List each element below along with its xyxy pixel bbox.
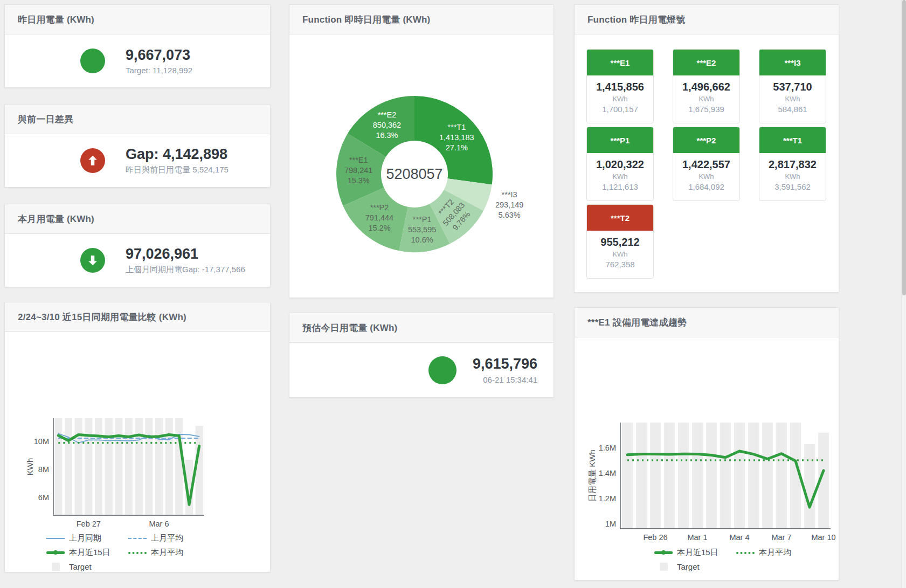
arrow-down-icon	[80, 248, 105, 273]
light-tile-header: ***P1	[587, 127, 653, 153]
svg-text:1.2M: 1.2M	[599, 494, 616, 503]
green-line-swatch-icon	[46, 551, 65, 554]
card-realtime-donut: Function 即時日用電量 (KWh) ***T11,413,18327.1…	[289, 4, 554, 298]
card-title: 2/24~3/10 近15日同期用電量比較 (KWh)	[18, 311, 186, 323]
stat-value: 9,615,796	[473, 356, 537, 372]
light-tile-value: 1,020,322	[587, 158, 653, 171]
card-title: ***E1 設備用電達成趨勢	[587, 316, 687, 329]
compare-line-chart[interactable]: 6M8M10MFeb 27Mar 6KWh	[5, 332, 271, 531]
light-tile-value: 1,422,557	[673, 158, 739, 171]
light-tile-target: 1,121,613	[587, 182, 653, 191]
legend-label: 本月平均	[759, 548, 791, 558]
green-dot-swatch-icon	[128, 552, 147, 554]
stat-text: 9,667,073 Target: 11,128,992	[126, 47, 192, 75]
light-tile-unit: KWh	[759, 95, 826, 103]
card-header: 本月用電量 (KWh)	[5, 204, 270, 234]
svg-text:Mar 4: Mar 4	[729, 533, 749, 542]
e1-trend-legend: 本月近15日 本月平均 Target	[654, 548, 818, 576]
green-line-swatch-icon	[654, 551, 673, 554]
svg-text:Mar 7: Mar 7	[771, 533, 791, 542]
light-tile-target: 3,591,562	[759, 182, 826, 191]
svg-text:KWh: KWh	[25, 458, 34, 476]
stat-text: Gap: 4,142,898 昨日與前日用電量 5,524,175	[126, 146, 229, 175]
svg-text:Feb 27: Feb 27	[77, 520, 101, 528]
legend-label: Target	[69, 562, 92, 571]
svg-text:5208057: 5208057	[386, 166, 442, 182]
card-today-estimate: 預估今日用電量 (KWh) 9,615,796 06-21 15:34:41	[289, 313, 554, 398]
svg-text:1M: 1M	[605, 520, 616, 528]
card-yesterday-usage: 昨日用電量 (KWh) 9,667,073 Target: 11,128,992	[4, 4, 271, 88]
stat-value: 97,026,961	[126, 246, 245, 262]
status-circle-icon	[428, 356, 457, 384]
stat-text: 9,615,796 06-21 15:34:41	[473, 356, 537, 384]
light-tile-p1: ***P1 1,020,322 KWh 1,121,613	[586, 127, 654, 201]
card-day-gap: 與前一日差異 Gap: 4,142,898 昨日與前日用電量 5,524,175	[4, 104, 271, 188]
stat-body: 9,615,796 06-21 15:34:41	[289, 343, 554, 397]
light-tile-target: 1,700,157	[587, 105, 653, 114]
light-tile-target: 584,861	[759, 105, 826, 114]
stat-body: 97,026,961 上個月同期用電Gap: -17,377,566	[5, 234, 270, 287]
card-header: Function 即時日用電量 (KWh)	[289, 5, 554, 34]
legend-label: 本月近15日	[69, 548, 110, 558]
light-tile-header: ***P2	[673, 127, 739, 153]
light-tile-t2: ***T2 955,212 KWh 762,358	[586, 204, 654, 279]
light-tile-unit: KWh	[759, 172, 826, 181]
scrollbar-thumb[interactable]	[902, 0, 906, 295]
legend-label: 上月同期	[69, 533, 101, 543]
svg-text:10M: 10M	[34, 437, 49, 446]
stat-body: Gap: 4,142,898 昨日與前日用電量 5,524,175	[5, 134, 270, 187]
page-scrollbar[interactable]	[901, 0, 906, 588]
card-header: 昨日用電量 (KWh)	[5, 5, 270, 34]
legend-label: Target	[677, 562, 700, 571]
function-usage-donut-chart[interactable]: ***T11,413,18327.1%***I3293,1495.63%***T…	[289, 34, 555, 298]
legend-label: 本月近15日	[677, 548, 718, 558]
light-tile-header: ***I3	[759, 50, 826, 75]
card-title: 預估今日用電量 (KWh)	[302, 322, 397, 334]
legend-item-target[interactable]: Target	[46, 562, 128, 571]
stat-subtitle: Target: 11,128,992	[126, 66, 192, 75]
gray-box-swatch-icon	[52, 563, 60, 571]
light-tile-t1: ***T1 2,817,832 KWh 3,591,562	[759, 127, 826, 201]
legend-item-this-month[interactable]: 本月近15日	[46, 548, 128, 558]
svg-text:Feb 26: Feb 26	[643, 533, 667, 542]
legend-item-this-month[interactable]: 本月近15日	[654, 548, 736, 558]
card-header: 與前一日差異	[5, 105, 270, 134]
blue-line-swatch-icon	[46, 538, 65, 539]
light-tile-header: ***E2	[673, 50, 739, 75]
light-tile-e1: ***E1 1,415,856 KWh 1,700,157	[586, 49, 654, 123]
legend-item-last-month[interactable]: 上月同期	[46, 533, 128, 543]
stat-subtitle: 上個月同期用電Gap: -17,377,566	[126, 265, 245, 275]
svg-text:Mar 6: Mar 6	[149, 520, 169, 528]
e1-trend-line-chart[interactable]: 1M1.2M1.4M1.6MFeb 26Mar 1Mar 4Mar 7Mar 1…	[575, 337, 840, 543]
svg-text:8M: 8M	[38, 465, 49, 474]
light-tile-header: ***T1	[759, 127, 826, 153]
light-tile-p2: ***P2 1,422,557 KWh 1,684,092	[673, 127, 740, 201]
light-tile-target: 1,684,092	[673, 182, 739, 191]
svg-text:1.6M: 1.6M	[599, 444, 616, 452]
light-tile-unit: KWh	[587, 172, 653, 181]
light-tile-header: ***T2	[587, 205, 653, 231]
card-e1-trend: ***E1 設備用電達成趨勢 1M1.2M1.4M1.6MFeb 26Mar 1…	[574, 307, 839, 580]
stat-value: Gap: 4,142,898	[126, 146, 229, 163]
light-tile-unit: KWh	[673, 95, 739, 103]
card-function-lights: Function 昨日用電燈號 ***E1 1,415,856 KWh 1,70…	[574, 4, 839, 293]
light-tile-target: 1,675,939	[673, 105, 739, 114]
card-header: Function 昨日用電燈號	[575, 5, 839, 34]
legend-item-target[interactable]: Target	[654, 562, 736, 571]
svg-text:Mar 1: Mar 1	[687, 533, 707, 542]
svg-text:***I3293,1495.63%: ***I3293,1495.63%	[495, 190, 523, 219]
svg-text:Mar 10: Mar 10	[811, 533, 835, 542]
card-header: ***E1 設備用電達成趨勢	[575, 308, 839, 337]
card-title: 與前一日差異	[18, 113, 73, 126]
light-tile-value: 955,212	[587, 236, 653, 248]
legend-item-this-month-avg[interactable]: 本月平均	[736, 548, 818, 558]
legend-item-last-month-avg[interactable]: 上月平均	[128, 533, 210, 543]
light-tile-value: 537,710	[759, 81, 826, 93]
green-dot-swatch-icon	[736, 552, 755, 554]
svg-text:1.4M: 1.4M	[599, 469, 616, 478]
light-tile-e2: ***E2 1,496,662 KWh 1,675,939	[673, 49, 740, 123]
legend-item-this-month-avg[interactable]: 本月平均	[128, 548, 210, 558]
light-tile-value: 1,496,662	[673, 81, 739, 93]
card-title: Function 昨日用電燈號	[587, 13, 685, 26]
stat-text: 97,026,961 上個月同期用電Gap: -17,377,566	[126, 246, 245, 275]
